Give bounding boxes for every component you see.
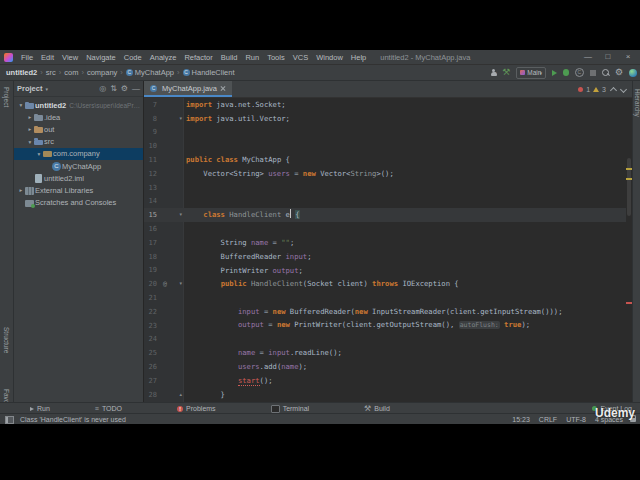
menu-build[interactable]: Build	[217, 53, 242, 62]
menu-window[interactable]: Window	[312, 53, 347, 62]
fold-marker-icon[interactable]: ▴	[179, 392, 182, 397]
line-number[interactable]: 20	[144, 280, 157, 288]
menu-code[interactable]: Code	[120, 53, 146, 62]
line-number[interactable]: 26	[144, 363, 157, 371]
code-line-8[interactable]: 8▾import java.util.Vector;	[144, 112, 626, 126]
tool-button-terminal[interactable]: Terminal	[271, 405, 309, 413]
code-line-17[interactable]: 17 String name = "";	[144, 236, 626, 250]
menu-tools[interactable]: Tools	[263, 53, 289, 62]
tool-button-hierarchy[interactable]: Hierarchy	[634, 89, 640, 117]
gutter-markers[interactable]	[157, 98, 186, 112]
code-line-25[interactable]: 25 name = input.readLine();	[144, 346, 626, 360]
menu-run[interactable]: Run	[241, 53, 263, 62]
gutter-markers[interactable]	[157, 250, 186, 264]
scrollbar-thumb[interactable]	[627, 158, 631, 216]
locate-file-icon[interactable]: ◎	[99, 85, 106, 93]
gutter-markers[interactable]: ▾	[157, 208, 186, 222]
panel-settings-gear-icon[interactable]: ⚙	[121, 85, 128, 93]
breadcrumb-item-untitled2[interactable]: untitled2	[6, 68, 37, 77]
gutter-markers[interactable]	[157, 333, 186, 347]
code-line-12[interactable]: 12 Vector<String> users = new Vector<Str…	[144, 167, 626, 181]
code-line-19[interactable]: 19 PrintWriter output;	[144, 264, 626, 278]
menu-edit[interactable]: Edit	[37, 53, 58, 62]
fold-marker-icon[interactable]: ▾	[179, 281, 182, 286]
gutter-markers[interactable]	[157, 374, 186, 388]
settings-gear-icon[interactable]: ⚙	[615, 68, 623, 77]
line-number[interactable]: 9	[144, 128, 157, 136]
debug-button[interactable]	[563, 69, 569, 76]
line-number[interactable]: 15	[144, 211, 157, 219]
code-line-14[interactable]: 14	[144, 195, 626, 209]
collapse-all-icon[interactable]: ⇅	[110, 85, 117, 93]
chevron-expanded-icon[interactable]: ▾	[35, 151, 43, 157]
line-separator[interactable]: CRLF	[539, 416, 557, 423]
menu-navigate[interactable]: Navigate	[82, 53, 120, 62]
code-line-10[interactable]: 10	[144, 139, 626, 153]
tree-item-untitled2[interactable]: ▾untitled2C:\Users\super\IdeaProjects\un…	[14, 99, 143, 111]
code-line-21[interactable]: 21	[144, 291, 626, 305]
gutter-markers[interactable]	[157, 167, 186, 181]
line-number[interactable]: 27	[144, 377, 157, 385]
breadcrumb-item-company[interactable]: company	[87, 68, 117, 77]
tree-item-untitled2-iml[interactable]: untitled2.iml	[14, 172, 143, 184]
line-number[interactable]: 21	[144, 294, 157, 302]
line-number[interactable]: 12	[144, 170, 157, 178]
project-view-selector[interactable]: Project	[17, 84, 42, 93]
line-number[interactable]: 24	[144, 335, 157, 343]
updates-sphere-icon[interactable]	[629, 69, 637, 77]
breadcrumb-item-mychatapp[interactable]: CMyChatApp	[126, 68, 174, 77]
chevron-collapsed-icon[interactable]: ▸	[26, 114, 34, 120]
tool-button-structure[interactable]: Structure	[3, 327, 10, 353]
line-number[interactable]: 8	[144, 115, 157, 123]
code-line-18[interactable]: 18 BufferedReader input;	[144, 250, 626, 264]
chevron-expanded-icon[interactable]: ▾	[26, 139, 34, 145]
search-everywhere-icon[interactable]	[602, 69, 609, 76]
fold-marker-icon[interactable]: ▾	[179, 212, 182, 217]
gutter-markers[interactable]: ▴	[157, 388, 186, 402]
annotation-gutter-icon[interactable]: @	[163, 280, 167, 288]
line-number[interactable]: 14	[144, 197, 157, 205]
gutter-markers[interactable]	[157, 291, 186, 305]
gutter-markers[interactable]: @▾	[157, 277, 186, 291]
gutter-markers[interactable]	[157, 346, 186, 360]
code-area[interactable]: 7import java.net.Socket;8▾import java.ut…	[144, 98, 626, 402]
breadcrumb-item-com[interactable]: com	[64, 68, 78, 77]
line-number[interactable]: 28	[144, 391, 157, 399]
tool-window-toggle-icon[interactable]	[5, 416, 14, 424]
tool-button-build[interactable]: ⚒Build	[364, 405, 390, 413]
tree-item-out[interactable]: ▸out	[14, 123, 143, 135]
maximize-button[interactable]: □	[598, 50, 618, 64]
tab-mychatapp-java[interactable]: C MyChatApp.java	[144, 81, 232, 97]
file-encoding[interactable]: UTF-8	[566, 416, 586, 423]
gutter-markers[interactable]	[157, 236, 186, 250]
run-button[interactable]	[552, 70, 557, 76]
line-number[interactable]: 13	[144, 184, 157, 192]
gutter-markers[interactable]	[157, 360, 186, 374]
gutter-markers[interactable]	[157, 195, 186, 209]
code-line-22[interactable]: 22 input = new BufferedReader(new InputS…	[144, 305, 626, 319]
chevron-collapsed-icon[interactable]: ▸	[26, 126, 34, 132]
code-line-26[interactable]: 26 users.add(name);	[144, 360, 626, 374]
gutter-markers[interactable]	[157, 319, 186, 333]
next-problem-icon[interactable]	[621, 87, 626, 92]
run-configuration-select[interactable]: Main ▾	[516, 67, 546, 79]
breadcrumb-item-handleclient[interactable]: CHandleClient	[183, 68, 235, 77]
tool-button-project[interactable]: Project	[3, 87, 10, 107]
gutter-markers[interactable]	[157, 126, 186, 140]
gutter-markers[interactable]	[157, 305, 186, 319]
menu-refactor[interactable]: Refactor	[180, 53, 216, 62]
tree-item-com-company[interactable]: ▾com.company	[14, 148, 143, 160]
line-number[interactable]: 23	[144, 322, 157, 330]
line-number[interactable]: 10	[144, 142, 157, 150]
line-number[interactable]: 25	[144, 349, 157, 357]
menu-view[interactable]: View	[58, 53, 82, 62]
code-line-27[interactable]: 27 start();	[144, 374, 626, 388]
user-account-button[interactable]: ▾	[490, 69, 497, 77]
build-hammer-icon[interactable]: ⚒	[502, 68, 510, 77]
gutter-markers[interactable]	[157, 264, 186, 278]
line-number[interactable]: 19	[144, 266, 157, 274]
code-line-7[interactable]: 7import java.net.Socket;	[144, 98, 626, 112]
code-line-9[interactable]: 9	[144, 126, 626, 140]
hide-panel-icon[interactable]: —	[132, 85, 140, 93]
close-button[interactable]: ×	[618, 50, 638, 64]
